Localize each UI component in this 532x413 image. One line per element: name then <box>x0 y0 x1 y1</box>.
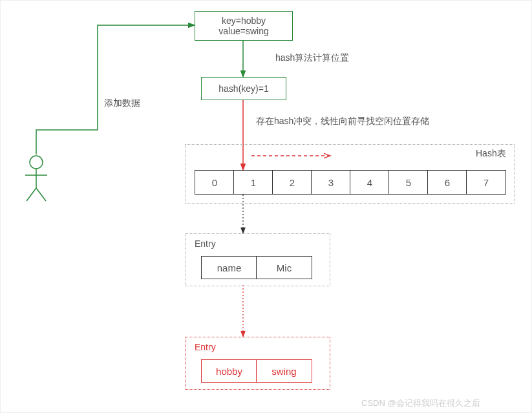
svg-line-4 <box>36 188 46 201</box>
hash-cell-5: 5 <box>388 170 429 195</box>
hash-result-text: hash(key)=1 <box>218 83 268 94</box>
entry2-key: hobby <box>201 359 257 383</box>
hash-cell-3: 3 <box>311 170 351 195</box>
conflict-label: 存在hash冲突，线性向前寻找空闲位置存储 <box>256 116 429 127</box>
svg-point-0 <box>30 156 43 169</box>
actor-icon <box>25 156 47 201</box>
svg-line-3 <box>27 188 36 201</box>
entry2-value: swing <box>256 359 312 383</box>
entry2-title: Entry <box>195 342 216 352</box>
hash-step-label: hash算法计算位置 <box>275 52 349 64</box>
input-key-line: key=hobby <box>222 16 266 26</box>
hash-cell-7: 7 <box>466 170 506 195</box>
entry1-key: name <box>201 256 257 279</box>
entry1-value: Mic <box>256 256 312 279</box>
hash-result-box: hash(key)=1 <box>201 77 286 100</box>
input-value-line: value=swing <box>218 26 268 36</box>
hash-table-title: Hash表 <box>476 148 506 160</box>
add-data-label: 添加数据 <box>104 98 140 109</box>
hash-cell-6: 6 <box>427 170 467 195</box>
input-kv-box: key=hobby value=swing <box>195 11 293 41</box>
hash-cell-2: 2 <box>272 170 312 195</box>
hash-cell-4: 4 <box>350 170 390 195</box>
hash-cell-1: 1 <box>233 170 273 195</box>
hash-cell-0: 0 <box>195 170 235 195</box>
watermark-text: CSDN @会记得我吗在很久之后 <box>361 397 480 409</box>
entry1-title: Entry <box>195 238 216 249</box>
